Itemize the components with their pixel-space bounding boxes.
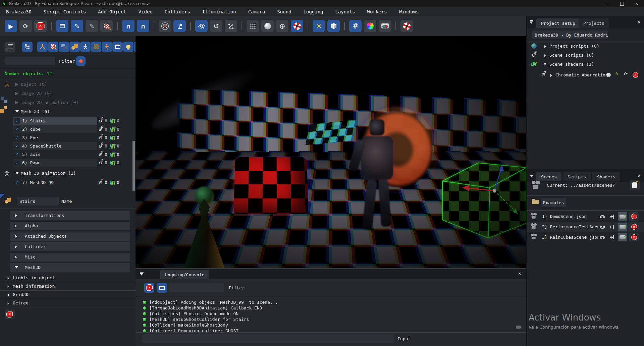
tab-scenes[interactable]: Scenes [536, 172, 561, 181]
menu-camera[interactable]: Camera [248, 9, 265, 14]
scene-row-performancetest[interactable]: 2) PerformanceTestScene.json ✕ [527, 222, 644, 232]
save-scene-button[interactable] [618, 223, 627, 231]
menu-colliders[interactable]: Colliders [165, 9, 190, 14]
reload-button[interactable]: ⟳ [19, 20, 32, 32]
tree-item-stairs[interactable]: ✓ 1) Stairs ⚙⚙ 0 0 [0, 117, 136, 125]
eye-icon[interactable] [600, 215, 605, 218]
help-button[interactable] [123, 42, 133, 52]
add-grid3d-button[interactable] [91, 42, 101, 52]
gizmo-center-handle[interactable] [493, 189, 496, 193]
subsection-lights-in-object[interactable]: Lights in object [0, 274, 136, 282]
panel-close-icon[interactable]: ✕ [637, 173, 641, 178]
stop-button[interactable]: ✕ [34, 20, 47, 32]
visible-checkbox[interactable]: ✓ [14, 118, 20, 124]
tree-item-pawn[interactable]: ✓ 6) Pawn ⚙⚙ 0 0 [0, 159, 136, 167]
sphere-button[interactable] [261, 20, 274, 32]
edit-pencil-icon[interactable]: ✎ [615, 71, 619, 76]
row-scene-shaders[interactable]: Scene shaders (1) [527, 59, 644, 68]
grid-button[interactable]: # [349, 20, 362, 32]
console-clear-button[interactable]: ✕ [144, 283, 154, 293]
axes-button[interactable] [225, 20, 237, 32]
visible-checkbox[interactable]: ✓ [14, 143, 20, 149]
collapse-icon[interactable] [140, 272, 144, 276]
tree-group-object[interactable]: Object (0) [0, 80, 136, 89]
subsection-mesh-information[interactable]: Mesh information [0, 282, 136, 291]
tab-projects[interactable]: Projects [579, 18, 609, 28]
add-image2d-animation-button[interactable] [59, 42, 69, 52]
add-image2d-button[interactable]: ✎ [48, 42, 58, 52]
examples-button[interactable]: Examples [541, 198, 566, 207]
menu-windows[interactable]: Windows [399, 9, 419, 14]
eye-icon[interactable] [600, 226, 605, 229]
tree-group-image2d[interactable]: Image 2D (0) [0, 89, 136, 98]
subsection-octree[interactable]: Octree [0, 299, 136, 307]
menu-button[interactable] [5, 42, 15, 52]
tree-group-mesh3d-animation[interactable]: Mesh 3D animation (1) [0, 169, 136, 178]
orbit-search-button[interactable] [195, 20, 208, 32]
menu-script-controls[interactable]: Script Controls [44, 9, 86, 14]
object-filter-input[interactable] [5, 57, 55, 65]
menu-brakeza3d[interactable]: Brakeza3D [6, 9, 32, 14]
add-object-button[interactable] [37, 42, 48, 52]
texture-edit-button[interactable]: ✎ [100, 20, 113, 32]
section-misc[interactable]: Misc [10, 253, 130, 262]
tab-project-setup[interactable]: Project setup [536, 18, 580, 28]
render-window-button[interactable] [56, 20, 68, 32]
add-mesh3d-animation-button[interactable] [80, 42, 91, 52]
tree-group-mesh3d[interactable]: Mesh 3D (6) [0, 107, 136, 116]
tree-item-mesh3d-99[interactable]: ✓ 7) Mesh3D_99 ⚙⚙ 0 0 [0, 179, 136, 187]
lifebuoy-button[interactable] [291, 20, 303, 32]
spiral-button[interactable] [159, 20, 171, 32]
section-alpha[interactable]: Alpha [10, 222, 130, 230]
add-window-button[interactable] [112, 42, 123, 52]
orbit-rotate-button[interactable]: ↺ [210, 20, 222, 32]
tab-logging-console[interactable]: Logging/Console [160, 270, 209, 279]
delete-scene-button[interactable]: ✕ [629, 223, 639, 231]
visible-checkbox[interactable]: ✓ [14, 126, 20, 132]
axis-x-arrow[interactable] [468, 188, 494, 191]
axis-y-arrow[interactable] [494, 191, 515, 211]
3d-viewport[interactable] [136, 36, 526, 268]
tab-shaders[interactable]: Shaders [592, 172, 620, 181]
scene-row-raincubes[interactable]: 3) RainCubesScene.json ✕ [527, 232, 644, 242]
add-actor-button[interactable] [102, 42, 112, 52]
help-buoy-button[interactable] [400, 20, 413, 32]
sidebar-scrollbar[interactable] [132, 141, 135, 191]
axis-z-arrow[interactable] [494, 169, 501, 191]
close-button[interactable]: ✕ [629, 0, 644, 7]
tree-item-eye[interactable]: ✓ 3) Eye ⚙⚙ 0 0 [0, 134, 136, 142]
console-close-icon[interactable]: ✕ [518, 271, 522, 276]
section-attached-objects[interactable]: Attached Objects [10, 232, 130, 241]
tree-group-image2d-animation[interactable]: Image 2D animation (0) [0, 98, 136, 107]
menu-sound[interactable]: Sound [277, 9, 291, 14]
reload-icon[interactable]: ⟳ [624, 71, 628, 76]
visible-checkbox[interactable]: ✓ [14, 160, 20, 166]
row-scene-scripts[interactable]: ⚙⚙ Scene scripts (0) [527, 50, 644, 59]
menu-logging[interactable]: Logging [304, 9, 323, 14]
visible-checkbox[interactable]: ✓ [14, 135, 20, 140]
add-mesh3d-button[interactable] [69, 42, 80, 52]
section-transformations[interactable]: Transformations [10, 211, 130, 220]
magnet-left-button[interactable]: ∩ [122, 20, 135, 32]
tree-item-cube[interactable]: ✓ 2) cube ⚙⚙ 0 0 [0, 125, 136, 134]
filter-highlight-button[interactable] [76, 56, 86, 66]
menu-add-object[interactable]: Add Object [98, 9, 126, 14]
eye-icon[interactable] [600, 236, 605, 239]
row-project-scripts[interactable]: Project scripts (0) [527, 41, 644, 50]
minimize-button[interactable] [600, 0, 614, 7]
menu-layouts[interactable]: Layouts [335, 9, 355, 14]
save-scene-button[interactable] [618, 233, 627, 241]
camera-button[interactable] [379, 20, 391, 32]
menu-video[interactable]: Video [139, 9, 153, 14]
visible-checkbox[interactable]: ✓ [14, 180, 20, 185]
save-scene-button[interactable] [618, 212, 627, 221]
visible-checkbox[interactable]: ✓ [14, 152, 20, 157]
tab-scripts[interactable]: Scripts [563, 172, 591, 181]
tree-item-spaceshuttle[interactable]: ✓ 4) SpaceShuttle ⚙⚙ 0 0 [0, 142, 136, 151]
lamp-button[interactable] [173, 20, 186, 32]
console-command-input[interactable] [142, 334, 394, 343]
tree-item-axis[interactable]: ✓ 5) axis ⚙⚙ 0 0 [0, 151, 136, 159]
menu-workers[interactable]: Workers [367, 9, 387, 14]
magnet-right-button[interactable]: ∩ [137, 20, 149, 32]
cube-button[interactable] [327, 20, 340, 32]
